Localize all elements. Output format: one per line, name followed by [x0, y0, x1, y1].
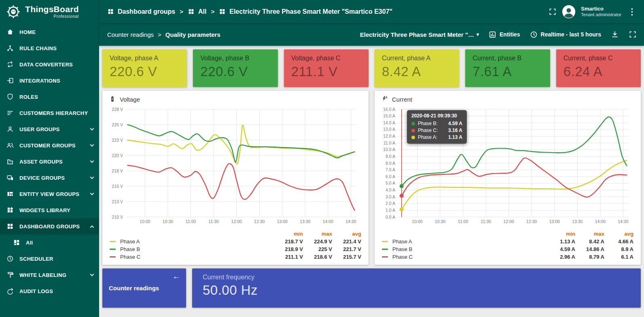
tooltip-timestamp: 2020-08-21 09:39:30 — [411, 113, 462, 119]
sidebar-item-asset-groups[interactable]: ASSET GROUPS — [0, 153, 99, 170]
breadcrumb: Dashboard groups>All>Electricity Three P… — [107, 8, 549, 15]
sidebar-item-label: ENTITY VIEW GROUPS — [19, 191, 85, 197]
svg-text:10:00: 10:00 — [140, 219, 150, 224]
sidebar-item-roles[interactable]: ROLES — [0, 89, 99, 105]
sidebar-item-integrations[interactable]: INTEGRATIONS — [0, 72, 99, 89]
legend-max-phase-a: 8.42 A — [575, 238, 604, 245]
entity-select[interactable]: Electricity Three Phase Smart Meter "… ▾ — [360, 31, 479, 38]
svg-text:12:30: 12:30 — [254, 219, 265, 224]
voltage-chart-svg[interactable]: 210 V213 V215 V218 V220 V223 V225 V228 V… — [109, 105, 362, 225]
legend-name-phase-b[interactable]: Phase B — [392, 246, 546, 252]
tooltip-series-dot — [411, 136, 415, 139]
sidebar-item-label: RULE CHAINS — [19, 45, 93, 51]
timewindow-button[interactable]: Realtime - last 5 hours — [530, 31, 601, 38]
main-column: Dashboard groups>All>Electricity Three P… — [99, 0, 644, 317]
breadcrumb-item[interactable]: Electricity Three Phase Smart Meter "Sma… — [219, 8, 392, 15]
chevron-down-icon — [90, 272, 94, 276]
svg-text:10:00: 10:00 — [412, 219, 422, 224]
legend-name-phase-b[interactable]: Phase B — [120, 246, 274, 252]
entities-button[interactable]: Entities — [489, 31, 520, 38]
chart-tooltip: 2020-08-21 09:39:30Phase B:4.59 APhase C… — [407, 110, 467, 144]
avatar[interactable] — [562, 5, 576, 19]
sidebar-item-dashboard-groups[interactable]: DASHBOARD GROUPS — [0, 218, 99, 234]
brand-edition: Professional — [54, 15, 79, 19]
sidebar-item-label: CUSTOMER GROUPS — [19, 143, 85, 149]
svg-text:10.0 A: 10.0 A — [383, 147, 395, 152]
svg-text:2.0 A: 2.0 A — [386, 201, 395, 206]
svg-text:13:00: 13:00 — [277, 219, 288, 224]
rule-chains-icon — [6, 45, 14, 52]
sidebar-item-customers-hierarchy[interactable]: CUSTOMERS HIERARCHY — [0, 105, 99, 121]
sidebar-item-rule-chains[interactable]: RULE CHAINS — [0, 40, 99, 56]
kpi-card-current-phase-a: Current, phase A8.42 A — [375, 49, 459, 87]
sidebar-item-home[interactable]: HOME — [0, 24, 99, 40]
user-info[interactable]: Smartico Tenant administrator — [581, 6, 621, 18]
sidebar-item-scheduler[interactable]: SCHEDULER — [0, 251, 99, 267]
sidebar-item-label: HOME — [19, 29, 93, 35]
current-plot-area[interactable]: 0.0 A1.0 A2.0 A3.0 A4.0 A5.0 A6.0 A7.0 A… — [381, 105, 634, 225]
sidebar-item-entity-view-groups[interactable]: ENTITY VIEW GROUPS — [0, 186, 99, 202]
sidebar-item-data-converters[interactable]: DATA CONVERTERS — [0, 56, 99, 72]
chart-title: Voltage — [120, 96, 140, 103]
state-primary[interactable]: Counter readings — [107, 31, 154, 38]
chevron-down-icon — [90, 126, 94, 130]
legend-header-avg: avg — [332, 231, 361, 237]
sidebar-item-customer-groups[interactable]: CUSTOMER GROUPS — [0, 137, 99, 153]
dashboard-groups-icon — [219, 8, 226, 15]
dashboard-groups-icon — [6, 223, 14, 230]
legend-name-phase-a[interactable]: Phase A — [120, 238, 274, 245]
svg-text:14:00: 14:00 — [323, 219, 333, 224]
fullscreen-icon[interactable] — [549, 8, 557, 16]
legend-swatch-phase-b — [382, 249, 388, 250]
dashboard-content: Voltage, phase A220.6 VVoltage, phase B2… — [99, 46, 644, 317]
sidebar-item-label: ROLES — [19, 94, 93, 100]
tooltip-row: Phase C:3.16 A — [411, 128, 462, 133]
breadcrumb-item[interactable]: All — [188, 8, 206, 15]
download-icon[interactable] — [611, 30, 619, 38]
sidebar-item-label: CUSTOMERS HIERARCHY — [19, 110, 93, 116]
asset-groups-icon — [6, 158, 14, 165]
svg-text:220 V: 220 V — [112, 153, 123, 158]
back-arrow-icon[interactable]: ← — [172, 272, 180, 281]
thingsboard-logo[interactable]: ThingsBoard Professional — [0, 0, 99, 23]
sidebar-item-white-labeling[interactable]: WHITE LABELING — [0, 267, 99, 283]
sidebar-item-audit-logs[interactable]: AUDIT LOGS — [0, 283, 99, 299]
nav-card-label: Counter readings — [109, 285, 159, 291]
sidebar-item-device-groups[interactable]: DEVICE GROUPS — [0, 170, 99, 186]
sidebar-item-all[interactable]: All — [0, 234, 99, 251]
sidebar-item-widgets-library[interactable]: WIDGETS LIBRARY — [0, 202, 99, 218]
legend-min-phase-c: 211.1 V — [274, 254, 303, 260]
kpi-value: 7.61 A — [472, 64, 542, 79]
kpi-row: Voltage, phase A220.6 VVoltage, phase B2… — [102, 49, 641, 87]
kpi-value: 211.1 V — [291, 64, 361, 79]
entity-view-groups-icon — [6, 190, 14, 198]
svg-text:12.0 A: 12.0 A — [383, 134, 395, 138]
legend-avg-phase-b: 8.9 A — [604, 246, 633, 252]
kpi-title: Current, phase B — [472, 55, 542, 62]
scheduler-icon — [6, 255, 14, 262]
legend-name-phase-a[interactable]: Phase A — [392, 238, 546, 245]
tooltip-series-dot — [411, 129, 415, 132]
voltage-plot-area[interactable]: 210 V213 V215 V218 V220 V223 V225 V228 V… — [109, 105, 362, 225]
svg-text:215 V: 215 V — [112, 184, 123, 189]
counter-readings-nav-card[interactable]: Counter readings ← — [102, 268, 186, 308]
legend-name-phase-c[interactable]: Phase C — [120, 254, 274, 260]
white-labeling-icon — [6, 271, 14, 279]
kpi-value: 6.24 A — [564, 64, 633, 79]
more-vertical-icon[interactable]: ⋮ — [627, 7, 638, 16]
svg-text:15.0 A: 15.0 A — [383, 113, 395, 118]
legend-max-phase-c: 218.6 V — [303, 254, 332, 260]
hover-marker-dot — [400, 194, 404, 198]
sidebar-item-label: USER GROUPS — [19, 126, 85, 132]
sidebar-item-user-groups[interactable]: USER GROUPS — [0, 121, 99, 137]
breadcrumb-item[interactable]: Dashboard groups — [107, 8, 175, 15]
kpi-card-current-phase-b: Current, phase B7.61 A — [465, 49, 550, 87]
svg-text:10:30: 10:30 — [163, 219, 173, 224]
legend-max-phase-b: 14.86 A — [575, 246, 604, 252]
voltage-legend: minmaxavgPhase A218.7 V224.9 V221.4 VPha… — [109, 230, 362, 261]
tooltip-series-name: Phase C: — [418, 128, 438, 133]
fullscreen-icon[interactable] — [629, 30, 637, 38]
legend-name-phase-c[interactable]: Phase C — [392, 254, 546, 260]
svg-text:13.0 A: 13.0 A — [383, 127, 395, 132]
svg-text:228 V: 228 V — [112, 107, 123, 112]
